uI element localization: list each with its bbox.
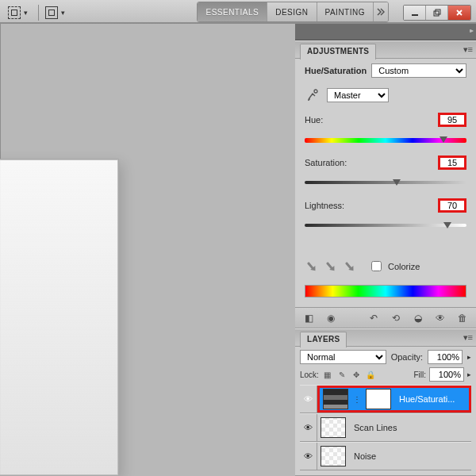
eyedropper-add-icon[interactable] bbox=[321, 256, 340, 276]
layer-name[interactable]: Hue/Saturati... bbox=[394, 394, 469, 404]
lock-transparency-icon[interactable]: ▦ bbox=[322, 369, 333, 380]
restore-button[interactable] bbox=[426, 6, 448, 20]
hue-slider[interactable] bbox=[305, 133, 466, 146]
panel-menu-icon[interactable]: ▾≡ bbox=[463, 44, 473, 55]
layer-name[interactable]: Scan Lines bbox=[349, 423, 397, 432]
hue-spectrum-bar bbox=[305, 285, 466, 298]
saturation-slider[interactable] bbox=[305, 176, 466, 189]
targeted-adjust-tool-icon[interactable] bbox=[305, 87, 322, 103]
adjustments-tab[interactable]: ADJUSTMENTS bbox=[300, 44, 376, 60]
blend-mode-select[interactable]: Normal bbox=[300, 350, 386, 364]
workspace-design[interactable]: DESIGN bbox=[267, 2, 317, 21]
lock-position-icon[interactable]: ✥ bbox=[351, 369, 362, 380]
layer-mask-thumbnail[interactable] bbox=[366, 389, 391, 409]
layer-row[interactable]: 👁 Scan Lines bbox=[300, 413, 471, 442]
lightness-slider[interactable] bbox=[305, 219, 466, 232]
previous-state-icon[interactable]: ↶ bbox=[365, 311, 382, 325]
view-previous-icon[interactable]: 👁 bbox=[432, 311, 449, 325]
hue-input[interactable] bbox=[438, 113, 466, 127]
lightness-input[interactable] bbox=[438, 198, 466, 213]
eyedropper-subtract-icon[interactable] bbox=[340, 256, 359, 276]
screen-mode-dropdown-icon[interactable]: ▾ bbox=[61, 9, 69, 17]
app-topbar: ▾ ▾ ESSENTIALS DESIGN PAINTING bbox=[0, 0, 476, 24]
clip-to-layer-icon[interactable]: ◒ bbox=[409, 311, 427, 325]
layer-row[interactable]: 👁 Noise bbox=[300, 442, 471, 470]
colorize-checkbox-row[interactable]: Colorize bbox=[368, 259, 420, 274]
opacity-label: Opacity: bbox=[391, 352, 423, 362]
layer-name[interactable]: Noise bbox=[349, 451, 376, 461]
svg-rect-0 bbox=[412, 14, 418, 16]
workspace-more-icon[interactable] bbox=[374, 2, 388, 21]
hue-label: Hue: bbox=[305, 115, 323, 125]
layers-header: LAYERS ▾≡ bbox=[295, 329, 476, 347]
preset-select[interactable]: Custom bbox=[371, 63, 466, 78]
svg-rect-2 bbox=[436, 10, 440, 14]
opacity-input[interactable] bbox=[428, 350, 463, 364]
marquee-tool-icon[interactable] bbox=[8, 6, 21, 19]
delete-adjustment-icon[interactable]: 🗑 bbox=[454, 311, 471, 325]
document-canvas[interactable] bbox=[0, 159, 119, 476]
document-area bbox=[0, 24, 295, 476]
panel-menu-icon[interactable]: ▾≡ bbox=[463, 332, 473, 343]
fill-scrubber-icon[interactable]: ▸ bbox=[467, 370, 471, 378]
tool-options-area: ▾ ▾ bbox=[8, 5, 69, 21]
adjustments-footer: ◧ ◉ ↶ ⟲ ◒ 👁 🗑 bbox=[295, 307, 476, 328]
visibility-toggle-icon[interactable]: 👁 bbox=[300, 443, 317, 470]
lightness-label: Lightness: bbox=[305, 201, 344, 210]
fill-input[interactable] bbox=[429, 367, 464, 382]
adjustment-type-label: Hue/Saturation bbox=[305, 66, 367, 75]
lock-label: Lock: bbox=[300, 370, 319, 379]
workspace-painting[interactable]: PAINTING bbox=[317, 2, 374, 21]
layer-thumbnail[interactable] bbox=[321, 446, 346, 466]
collapsed-panel-strip[interactable] bbox=[295, 24, 476, 40]
fill-label: Fill: bbox=[413, 370, 426, 379]
colorize-checkbox[interactable] bbox=[371, 261, 382, 271]
screen-mode-icon[interactable] bbox=[45, 6, 58, 19]
toggle-visibility-icon[interactable]: ◉ bbox=[322, 311, 340, 325]
reset-icon[interactable]: ⟲ bbox=[387, 311, 405, 325]
expand-view-icon[interactable]: ◧ bbox=[300, 311, 317, 325]
window-controls bbox=[403, 5, 471, 21]
color-range-select[interactable]: Master bbox=[327, 88, 389, 102]
opacity-scrubber-icon[interactable]: ▸ bbox=[467, 353, 471, 361]
minimize-button[interactable] bbox=[404, 6, 426, 20]
layers-tab[interactable]: LAYERS bbox=[300, 332, 347, 347]
lock-pixels-icon[interactable]: ✎ bbox=[336, 369, 347, 380]
visibility-toggle-icon[interactable]: 👁 bbox=[300, 414, 317, 441]
tool-dropdown-icon[interactable]: ▾ bbox=[24, 9, 32, 17]
eyedropper-icon[interactable] bbox=[301, 256, 321, 276]
layer-thumbnail[interactable] bbox=[321, 417, 346, 438]
right-panel-column: ADJUSTMENTS ▾≡ Hue/Saturation Custom Mas… bbox=[295, 24, 476, 476]
saturation-label: Saturation: bbox=[305, 158, 347, 167]
colorize-label: Colorize bbox=[388, 262, 420, 271]
adjustments-header: ADJUSTMENTS ▾≡ bbox=[295, 41, 476, 59]
workspace-essentials[interactable]: ESSENTIALS bbox=[198, 2, 267, 21]
layer-row[interactable]: 👁 ⋮ Hue/Saturati... bbox=[300, 385, 471, 413]
adjustments-panel: ADJUSTMENTS ▾≡ Hue/Saturation Custom Mas… bbox=[295, 40, 476, 328]
link-mask-icon[interactable]: ⋮ bbox=[351, 395, 363, 404]
layers-panel: LAYERS ▾≡ Normal Opacity: ▸ Lock: ▦ ✎ ✥ … bbox=[295, 328, 476, 476]
svg-rect-1 bbox=[434, 11, 439, 16]
layers-list: 👁 ⋮ Hue/Saturati... 👁 Scan Lines bbox=[300, 385, 471, 470]
lock-all-icon[interactable]: 🔒 bbox=[365, 369, 376, 380]
saturation-input[interactable] bbox=[438, 155, 466, 170]
visibility-toggle-icon[interactable]: 👁 bbox=[300, 386, 317, 413]
layer-thumbnail[interactable] bbox=[323, 389, 348, 409]
close-button[interactable] bbox=[448, 6, 470, 20]
workspace-switcher: ESSENTIALS DESIGN PAINTING bbox=[197, 2, 389, 22]
